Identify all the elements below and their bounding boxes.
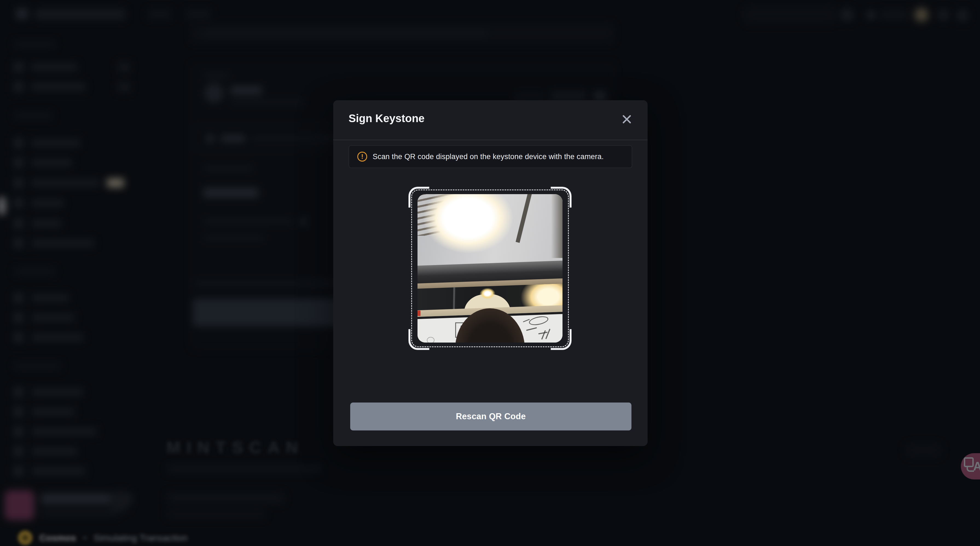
notice-text: Scan the QR code displayed on the keysto… [372,153,604,161]
rescan-label: Rescan QR Code [456,412,526,421]
qr-viewfinder [409,188,571,349]
app-screen: MINTSCAN Cosmos • Simulating Transaction… [0,0,980,546]
close-icon[interactable] [621,113,633,125]
warning-icon: ! [357,152,367,161]
sign-keystone-modal: Sign Keystone ! Scan the QR code display… [333,100,648,446]
modal-title: Sign Keystone [348,112,425,125]
camera-preview [417,194,563,343]
scan-notice: ! Scan the QR code displayed on the keys… [348,145,632,168]
modal-divider [333,140,648,140]
rescan-qr-button[interactable]: Rescan QR Code [350,402,632,431]
